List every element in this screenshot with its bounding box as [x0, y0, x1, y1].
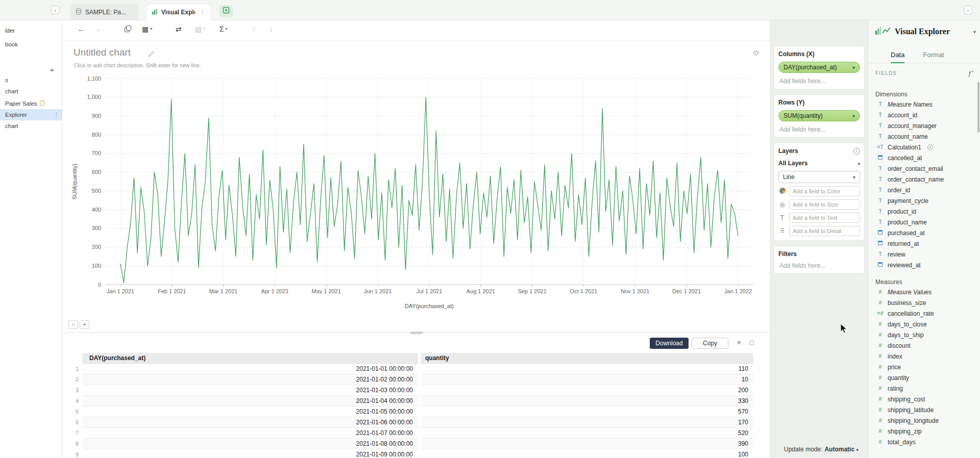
- sidebar-item-book[interactable]: book: [0, 39, 62, 50]
- update-mode-value[interactable]: Automatic: [824, 446, 854, 453]
- field-item-cancellation-rate[interactable]: =#cancellation_rate: [868, 308, 980, 319]
- tab-data[interactable]: Data: [891, 49, 904, 63]
- chevron-down-icon[interactable]: ▾: [852, 65, 855, 70]
- cell-quantity[interactable]: 10: [421, 374, 753, 385]
- edit-title-icon[interactable]: [148, 50, 155, 59]
- field-item-account-name[interactable]: Taccount_name: [868, 131, 980, 142]
- item-menu-icon[interactable]: ⋮: [54, 111, 60, 118]
- table-row[interactable]: 12021-01-01 00:00:00110: [62, 364, 770, 374]
- sidebar-item-chart[interactable]: chart: [0, 86, 62, 97]
- row-view-icon[interactable]: ≡: [737, 339, 741, 346]
- rows-add-fields[interactable]: Add fields here...: [778, 126, 860, 133]
- cell-quantity[interactable]: 520: [421, 428, 753, 439]
- field-item-review[interactable]: Treview: [868, 249, 980, 260]
- chart-title[interactable]: Untitled chart: [74, 47, 131, 58]
- chevron-down-icon[interactable]: ▾: [852, 113, 855, 119]
- cell-date[interactable]: 2021-01-02 00:00:00: [82, 374, 418, 385]
- field-item-order-contact-name[interactable]: Torder_contact_name: [868, 174, 980, 185]
- field-item-shipping-zip[interactable]: #shipping_zip: [868, 426, 980, 437]
- field-item-index[interactable]: #index: [868, 351, 980, 362]
- cell-quantity[interactable]: 170: [421, 417, 753, 428]
- columns-pill[interactable]: DAY(purchased_at) ▾: [778, 62, 860, 73]
- table-row[interactable]: 42021-01-04 00:00:00330: [62, 396, 770, 406]
- aggregation-icon[interactable]: Σ▾: [219, 26, 228, 33]
- filters-add-fields[interactable]: Add fields here...: [778, 262, 860, 269]
- swap-axes-icon[interactable]: ⇄: [176, 26, 182, 33]
- table-row[interactable]: 82021-01-08 00:00:00390: [62, 439, 770, 449]
- chart-description-placeholder[interactable]: Click to add chart description. Shift-en…: [74, 62, 201, 68]
- drop-target-size[interactable]: ◎Add a field to Size: [778, 199, 860, 210]
- field-item-shipping-cost[interactable]: #shipping_cost: [868, 394, 980, 404]
- new-calculation-icon[interactable]: ƒ+: [968, 69, 974, 77]
- table-row[interactable]: 32021-01-03 00:00:00200: [62, 385, 770, 396]
- sidebar-item-explorer[interactable]: Explorer⋮: [0, 109, 62, 120]
- line-chart[interactable]: 01002003004005006007008009001,0001,100Ja…: [69, 73, 762, 311]
- table-row[interactable]: 62021-01-06 00:00:00170: [62, 417, 770, 428]
- field-item-measure-values[interactable]: #Measure Values: [868, 287, 980, 297]
- table-row[interactable]: 92021-01-09 00:00:00100: [62, 449, 770, 458]
- field-item-rating[interactable]: #rating: [868, 383, 980, 394]
- cell-date[interactable]: 2021-01-05 00:00:00: [82, 406, 418, 417]
- cell-date[interactable]: 2021-01-03 00:00:00: [82, 385, 418, 396]
- columns-add-fields[interactable]: Add fields here...: [778, 78, 860, 85]
- cell-date[interactable]: 2021-01-07 00:00:00: [82, 428, 418, 439]
- layer-type-select[interactable]: Line ▾: [778, 171, 860, 183]
- field-item-purchased-at[interactable]: purchased_at: [868, 227, 980, 238]
- field-item-product-id[interactable]: Tproduct_id: [868, 206, 980, 217]
- drop-box[interactable]: Add a field to Detail: [789, 226, 860, 236]
- field-item-total-days[interactable]: #total_days: [868, 437, 980, 447]
- tab-menu-icon[interactable]: ⋮: [200, 9, 206, 16]
- cell-quantity[interactable]: 200: [421, 385, 753, 396]
- column-header-quantity[interactable]: quantity: [421, 353, 753, 364]
- drop-box[interactable]: Add a field to Color: [789, 186, 860, 196]
- field-item-account-id[interactable]: Taccount_id: [868, 110, 980, 120]
- chevron-down-icon[interactable]: ▾: [973, 29, 976, 35]
- field-item-order-id[interactable]: Torder_id: [868, 185, 980, 195]
- field-item-quantity[interactable]: #quantity: [868, 372, 980, 383]
- splitter-grip[interactable]: [410, 332, 423, 334]
- tab-visual-explorer[interactable]: Visual Explorer ⋮: [146, 4, 211, 20]
- expand-panel-icon[interactable]: ›: [964, 6, 972, 14]
- field-item-discount[interactable]: #discount: [868, 340, 980, 351]
- cell-date[interactable]: 2021-01-01 00:00:00: [82, 364, 418, 374]
- sidebar-item-paper-sales[interactable]: Paper Sales: [0, 98, 62, 109]
- chart-settings-icon[interactable]: [752, 49, 760, 59]
- new-exploration-button[interactable]: [219, 5, 233, 17]
- cell-quantity[interactable]: 570: [421, 406, 753, 417]
- drop-target-text[interactable]: TAdd a field to Text: [778, 213, 860, 223]
- drop-target-detail[interactable]: ⠿Add a field to Detail: [778, 226, 860, 236]
- field-item-days-to-ship[interactable]: #days_to_ship: [868, 329, 980, 340]
- tab-sample-paper-sales[interactable]: SAMPLE: Pa...: [70, 4, 139, 20]
- zoom-out-button[interactable]: −: [68, 320, 78, 329]
- cell-date[interactable]: 2021-01-08 00:00:00: [82, 439, 418, 449]
- cell-date[interactable]: 2021-01-09 00:00:00: [82, 449, 418, 458]
- sidebar-item-chart[interactable]: chart: [0, 120, 62, 132]
- copy-button[interactable]: Copy: [692, 338, 728, 349]
- drop-target-color[interactable]: Add a field to Color: [778, 186, 860, 196]
- field-item-cancelled-at[interactable]: cancelled_at: [868, 152, 980, 163]
- tab-format[interactable]: Format: [923, 49, 944, 63]
- field-item-shipping-longitude[interactable]: #shipping_longitude: [868, 415, 980, 426]
- field-item-product-name[interactable]: Tproduct_name: [868, 217, 980, 227]
- cell-quantity[interactable]: 390: [421, 439, 753, 449]
- zoom-in-button[interactable]: +: [80, 320, 89, 329]
- duplicate-chart-icon[interactable]: [125, 26, 131, 32]
- drop-box[interactable]: Add a field to Size: [789, 199, 860, 210]
- sidebar-item-lder[interactable]: lder: [0, 25, 62, 36]
- table-view-icon[interactable]: □: [750, 339, 754, 346]
- field-item-payment-cycle[interactable]: Tpayment_cycle: [868, 195, 980, 206]
- sidebar-item-s[interactable]: s: [0, 74, 62, 86]
- cell-quantity[interactable]: 330: [421, 396, 753, 406]
- field-item-days-to-close[interactable]: #days_to_close: [868, 319, 980, 329]
- field-item-reviewed-at[interactable]: reviewed_at: [868, 260, 980, 270]
- calculation-info-icon[interactable]: [927, 144, 933, 150]
- field-item-order-contact-email[interactable]: Torder_contact_email: [868, 163, 980, 174]
- scrollbar-thumb[interactable]: [977, 82, 979, 133]
- field-item-account-manager[interactable]: Taccount_manager: [868, 120, 980, 131]
- info-icon[interactable]: i: [853, 148, 860, 155]
- field-item-business-size[interactable]: #business_size: [868, 297, 980, 308]
- cell-date[interactable]: 2021-01-06 00:00:00: [82, 417, 418, 428]
- table-row[interactable]: 72021-01-07 00:00:00520: [62, 428, 770, 439]
- table-row[interactable]: 22021-01-02 00:00:0010: [62, 374, 770, 385]
- all-layers-toggle[interactable]: All Layers ▴: [778, 160, 860, 167]
